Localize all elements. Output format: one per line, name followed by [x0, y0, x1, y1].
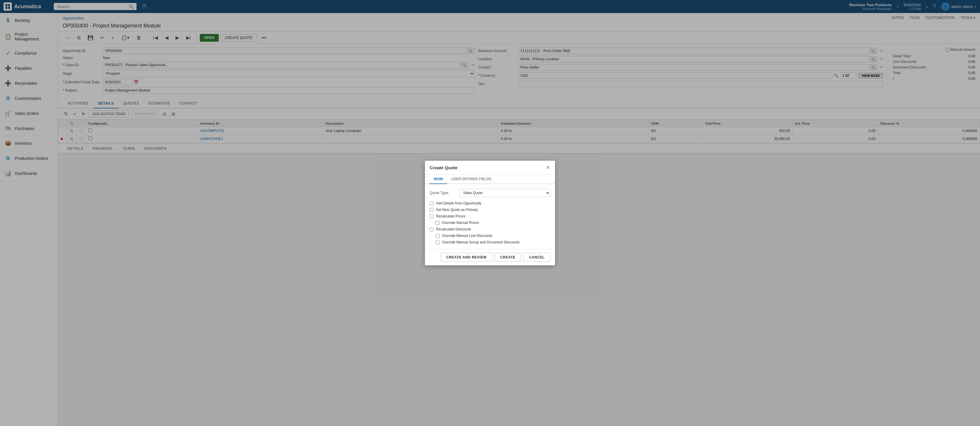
override-manual-line-label: Override Manual Line Discounts: [442, 234, 492, 238]
override-manual-group-checkbox[interactable]: [436, 240, 439, 244]
dialog-overlay: Create Quote ✕ MAIN USER-DEFINED FIELDS …: [0, 0, 980, 426]
cancel-button[interactable]: CANCEL: [523, 253, 550, 262]
dialog-tab-main[interactable]: MAIN: [430, 175, 447, 184]
dialog-body: Quote Type: Sales Quote Project Quote Ad…: [425, 184, 555, 249]
checkbox-set-primary: Set New Quote as Primary: [430, 208, 550, 212]
override-manual-group-label: Override Manual Group and Document Disco…: [442, 240, 520, 244]
checkbox-add-details: Add Details from Opportunity: [430, 201, 550, 205]
override-manual-prices-checkbox[interactable]: [436, 221, 439, 225]
dialog-tab-user-defined[interactable]: USER-DEFINED FIELDS: [447, 175, 496, 184]
checkbox-recalculate-prices: Recalculate Prices: [430, 214, 550, 218]
create-button[interactable]: CREATE: [495, 253, 521, 262]
dialog-quote-type-label: Quote Type:: [430, 191, 456, 195]
recalculate-prices-label: Recalculate Prices: [436, 214, 465, 218]
dialog-quote-type-select[interactable]: Sales Quote Project Quote: [459, 189, 550, 197]
set-primary-label: Set New Quote as Primary: [436, 208, 478, 212]
dialog-quote-type-input-wrap: Sales Quote Project Quote: [459, 189, 550, 197]
dialog-quote-type-field: Quote Type: Sales Quote Project Quote: [430, 189, 550, 197]
dialog-title: Create Quote: [430, 165, 458, 170]
dialog-header: Create Quote ✕: [425, 161, 555, 175]
checkbox-override-manual-prices: Override Manual Prices: [436, 221, 550, 225]
checkbox-recalculate-discounts: Recalculate Discounts: [430, 227, 550, 231]
add-details-checkbox[interactable]: [430, 202, 434, 205]
override-manual-line-checkbox[interactable]: [436, 234, 439, 238]
override-manual-prices-label: Override Manual Prices: [442, 221, 479, 225]
dialog-close-button[interactable]: ✕: [546, 164, 550, 171]
add-details-label: Add Details from Opportunity: [436, 201, 481, 205]
create-and-review-button[interactable]: CREATE AND REVIEW: [441, 253, 492, 262]
recalculate-prices-checkbox[interactable]: [430, 215, 434, 218]
checkbox-override-manual-line: Override Manual Line Discounts: [436, 234, 550, 238]
dialog-checkboxes: Add Details from Opportunity Set New Quo…: [430, 201, 550, 244]
recalculate-discounts-checkbox[interactable]: [430, 227, 434, 231]
create-quote-dialog: Create Quote ✕ MAIN USER-DEFINED FIELDS …: [425, 161, 555, 265]
set-primary-checkbox[interactable]: [430, 208, 434, 212]
dialog-footer: CREATE AND REVIEW CREATE CANCEL: [425, 249, 555, 265]
dialog-tabs: MAIN USER-DEFINED FIELDS: [425, 175, 555, 184]
recalculate-discounts-label: Recalculate Discounts: [436, 227, 471, 231]
checkbox-override-manual-group: Override Manual Group and Document Disco…: [436, 240, 550, 244]
